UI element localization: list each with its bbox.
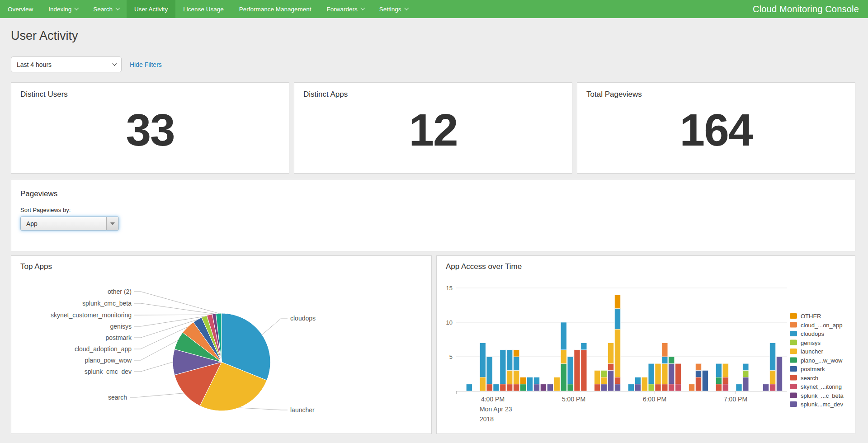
bar-segment-launcher-7-25-pm[interactable] (770, 370, 776, 384)
bar-segment-postmark-6-30-pm[interactable] (696, 370, 702, 377)
bar-segment-skynet-customer-monitoring-6-15-pm[interactable] (675, 384, 681, 391)
legend-item-postmark[interactable]: postmark (790, 366, 825, 372)
bar-segment-cloudops-5-45-pm[interactable] (635, 377, 641, 384)
bar-segment-plano-pow-wow-4-55-pm[interactable] (567, 384, 573, 391)
bar-segment-search-6-45-pm[interactable] (716, 384, 722, 391)
bar-segment-launcher-5-15-pm[interactable] (594, 370, 600, 384)
bar-segment-splunk-cmc-dev-5-45-pm[interactable] (635, 384, 641, 391)
bar-segment-launcher-6-00-pm[interactable] (655, 363, 661, 384)
bar-segment-search-5-15-pm[interactable] (594, 384, 600, 391)
bar-segment-cloudops-4-15-pm[interactable] (514, 357, 519, 370)
bar-segment-launcher-5-25-pm[interactable] (608, 343, 614, 364)
bar-segment-search-5-25-pm[interactable] (608, 363, 614, 370)
bar-segment-cloudops-4-00-pm[interactable] (493, 384, 499, 391)
legend-item-other[interactable]: OTHER (790, 313, 821, 320)
legend-item-launcher[interactable]: launcher (790, 348, 824, 355)
bar-segment-search-4-15-pm[interactable] (514, 384, 519, 391)
bar-segment-cloudops-5-40-pm[interactable] (628, 384, 634, 391)
bar-segment-plano-pow-wow-6-45-pm[interactable] (716, 377, 722, 384)
bar-segment-launcher-4-45-pm[interactable] (554, 377, 560, 391)
bar-segment-launcher-5-20-pm[interactable] (601, 377, 607, 384)
hide-filters-link[interactable]: Hide Filters (130, 61, 162, 68)
bar-segment-cloudops-5-30-pm[interactable] (615, 309, 621, 330)
bar-segment-cloudops-7-25-pm[interactable] (770, 343, 776, 371)
bar-segment-search-5-05-pm[interactable] (581, 350, 587, 391)
bar-segment-cloudops-5-55-pm[interactable] (648, 363, 654, 384)
bar-segment-skynet-customer-monitoring-6-10-pm[interactable] (669, 384, 675, 391)
nav-tab-license-usage[interactable]: License Usage (175, 0, 231, 18)
bar-segment-cloudops-5-05-pm[interactable] (581, 343, 587, 350)
bar-segment-search-6-00-pm[interactable] (655, 384, 661, 391)
legend-item-splunk-cmc-dev[interactable]: splunk...mc_dev (790, 401, 843, 408)
bar-segment-search-3-55-pm[interactable] (486, 384, 492, 391)
bar-segment-cloudops-4-30-pm[interactable] (534, 377, 540, 384)
bar-segment-cloudops-4-10-pm[interactable] (507, 350, 513, 371)
bar-segment-search-6-15-pm[interactable] (675, 363, 681, 384)
sort-pageviews-select[interactable]: App (20, 217, 119, 231)
bar-segment-cloudops-4-55-pm[interactable] (567, 357, 573, 384)
bar-segment-launcher-6-50-pm[interactable] (722, 363, 728, 377)
legend-item-cloudops[interactable]: cloudops (790, 330, 825, 337)
bar-segment-search-5-00-pm[interactable] (574, 350, 580, 391)
bar-segment-cloud-adoption-app-6-30-pm[interactable] (696, 363, 702, 370)
bar-segment-cloud-adoption-app-6-05-pm[interactable] (662, 343, 668, 357)
bar-segment-search-6-50-pm[interactable] (722, 377, 728, 384)
bar-segment-splunk-cmc-beta-4-35-pm[interactable] (540, 384, 546, 391)
bar-segment-launcher-6-05-pm[interactable] (662, 363, 668, 384)
bar-segment-cloudops-4-25-pm[interactable] (527, 377, 533, 391)
bar-segment-other-4-20-pm[interactable] (520, 377, 526, 384)
bar-segment-splunk-cmc-dev-5-25-pm[interactable] (608, 370, 614, 391)
legend-item-splunk-cmc-beta[interactable]: splunk_...c_beta (790, 392, 844, 399)
nav-tab-settings[interactable]: Settings (372, 0, 415, 18)
bar-segment-splunk-cmc-dev-7-20-pm[interactable] (763, 384, 769, 391)
nav-tab-overview[interactable]: Overview (0, 0, 41, 18)
nav-tab-forwarders[interactable]: Forwarders (319, 0, 372, 18)
bar-segment-splunk-cmc-dev-5-30-pm[interactable] (615, 384, 621, 391)
bar-segment-cloudops-6-45-pm[interactable] (716, 363, 722, 377)
bar-segment-cloudops-3-55-pm[interactable] (486, 357, 492, 384)
bar-segment-splunk-cmc-dev-7-05-pm[interactable] (743, 377, 749, 391)
bar-segment-plano-pow-wow-4-20-pm[interactable] (520, 384, 526, 391)
bar-segment-plano-pow-wow-6-10-pm[interactable] (669, 357, 675, 363)
legend-item-search[interactable]: search (790, 375, 818, 382)
nav-tab-search[interactable]: Search (85, 0, 127, 18)
bar-segment-search-6-30-pm[interactable] (696, 377, 702, 391)
nav-tab-indexing[interactable]: Indexing (41, 0, 85, 18)
bar-segment-cloudops-3-40-pm[interactable] (466, 384, 472, 391)
legend-item-plano-pow-wow[interactable]: plano_...w_wow (790, 357, 843, 364)
bar-segment-search-4-10-pm[interactable] (507, 384, 513, 391)
nav-tab-performance-management[interactable]: Performance Management (231, 0, 319, 18)
bar-segment-plano-pow-wow-4-50-pm[interactable] (561, 363, 566, 391)
bar-segment-splunk-cmc-dev-5-20-pm[interactable] (601, 384, 607, 391)
bar-segment-splunk-cmc-dev-6-10-pm[interactable] (669, 363, 675, 384)
bar-segment-launcher-3-50-pm[interactable] (480, 377, 486, 391)
bar-segment-other-4-15-pm[interactable] (514, 350, 519, 357)
bar-segment-launcher-5-50-pm[interactable] (642, 377, 647, 391)
bar-segment-cloudops-6-05-pm[interactable] (662, 357, 668, 363)
bar-segment-cloudops-7-05-pm[interactable] (743, 363, 749, 370)
bar-segment-cloud-adoption-app-6-25-pm[interactable] (689, 384, 695, 391)
bar-segment-splunk-cmc-dev-4-40-pm[interactable] (547, 384, 553, 391)
bar-segment-cloudops-4-05-pm[interactable] (500, 350, 506, 384)
bar-segment-genisys-7-05-pm[interactable] (743, 370, 749, 377)
bar-segment-cloudops-7-00-pm[interactable] (736, 384, 742, 391)
bar-segment-skynet-customer-monitoring-7-25-pm[interactable] (770, 384, 776, 391)
legend-item-skynet-customer-monitoring[interactable]: skynet_...itoring (790, 383, 842, 390)
bar-segment-search-4-05-pm[interactable] (500, 384, 506, 391)
bar-segment-genisys-5-55-pm[interactable] (648, 384, 654, 391)
bar-segment-launcher-4-15-pm[interactable] (514, 370, 519, 384)
legend-item-cloud-adoption-app[interactable]: cloud_...on_app (790, 322, 843, 329)
bar-segment-other-5-30-pm[interactable] (615, 295, 621, 308)
bar-segment-genisys-5-20-pm[interactable] (601, 370, 607, 377)
nav-tab-user-activity[interactable]: User Activity (127, 0, 175, 18)
legend-item-genisys[interactable]: genisys (790, 339, 821, 346)
bar-segment-skynet-customer-monitoring-6-50-pm[interactable] (722, 384, 728, 391)
bar-segment-cloudops-4-50-pm[interactable] (561, 322, 566, 350)
bar-segment-search-5-30-pm[interactable] (615, 377, 621, 384)
bar-segment-launcher-5-30-pm[interactable] (615, 329, 621, 377)
bar-segment-splunk-cmc-dev-7-30-pm[interactable] (777, 357, 783, 391)
bar-segment-launcher-4-10-pm[interactable] (507, 370, 513, 384)
time-range-picker[interactable]: Last 4 hours (11, 57, 122, 72)
bar-segment-cloudops-3-50-pm[interactable] (480, 343, 486, 377)
bar-segment-launcher-4-50-pm[interactable] (561, 350, 566, 363)
